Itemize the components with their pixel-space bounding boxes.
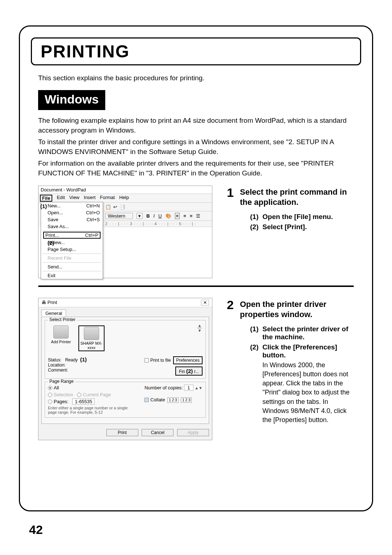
radio-current — [77, 393, 81, 397]
collate-checkbox[interactable] — [144, 398, 149, 402]
step-1-row: Document - WordPad File Edit View Insert… — [38, 186, 354, 278]
menu-item-exit[interactable]: Exit — [41, 272, 103, 279]
group-label: Select Printer — [48, 317, 77, 322]
wordpad-ruler: 2 · · · | · · · 3 · · · | · · · 4 · · · … — [104, 221, 212, 227]
wordpad-toolbar1: 📋 ↩ 📑 — [104, 203, 212, 211]
print-button[interactable]: Print — [106, 429, 138, 436]
menu-item-print[interactable]: Print...Ctrl+P — [43, 232, 101, 239]
step-2-content: 2 Open the printer driver properties win… — [227, 298, 354, 427]
scrollbar[interactable]: ▲ ▼ — [197, 323, 203, 333]
sub-number: (1) — [250, 325, 262, 341]
print-dialog-screenshot: 🖶 Print ✕ General Select Printer Add Pri… — [38, 298, 212, 440]
menu-item-saveas[interactable]: Save As... — [41, 223, 103, 230]
apply-button: Apply — [177, 429, 209, 436]
paragraph-2: To install the printer driver and config… — [38, 137, 354, 157]
wordpad-screenshot: Document - WordPad File Edit View Insert… — [38, 186, 212, 278]
collate-preview-icon: 1 2 3 — [181, 397, 192, 403]
collate-preview-icon: 1 2 3 — [167, 397, 178, 403]
add-printer-item[interactable]: Add Printer — [49, 325, 73, 351]
sub-text: Select [Print]. — [262, 223, 354, 231]
printer-icon — [53, 325, 69, 339]
callout-1: (1) — [80, 356, 87, 362]
font-dropdown[interactable]: Western — [105, 213, 133, 219]
step-2-sub-1: (1) Select the printer driver of the mac… — [250, 325, 354, 341]
wordpad-toolbar2: Western ▾ B I U 🎨 ≡ ≡ ≡ ☰ — [104, 211, 212, 221]
step-2-row: 🖶 Print ✕ General Select Printer Add Pri… — [38, 298, 354, 440]
group-label: Page Range — [48, 379, 75, 384]
sub-text: Open the [File] menu. — [262, 213, 354, 221]
printer-icon — [84, 327, 99, 340]
paragraph-1: The following example explains how to pr… — [38, 116, 354, 135]
callout-1: (1) — [40, 203, 47, 209]
radio-all[interactable] — [48, 386, 52, 390]
menu-item-save[interactable]: SaveCtrl+S — [41, 216, 103, 223]
select-printer-group: Select Printer Add Printer SHARP MX-xxxx — [45, 320, 206, 379]
pages-input[interactable]: 1-65535 — [72, 398, 95, 405]
page-number: 42 — [29, 523, 43, 537]
menu-file[interactable]: File — [40, 195, 52, 202]
font-size-dropdown[interactable]: ▾ — [136, 213, 143, 219]
dialog-buttons: Print Cancel Apply — [38, 427, 212, 440]
italic-button[interactable]: I — [154, 213, 155, 219]
menu-help[interactable]: Help — [119, 195, 129, 202]
printer-status-area: Status: Ready (1) Location: Comment: Pri… — [48, 356, 203, 376]
toolbar-icon[interactable]: 📑 — [119, 204, 125, 210]
print-to-file-checkbox[interactable] — [144, 358, 149, 362]
menu-item-send[interactable]: Send... — [41, 263, 103, 270]
intro-text: This section explains the basic procedur… — [38, 74, 361, 82]
callout-2: (2) — [186, 368, 193, 374]
align-center-icon[interactable]: ≡ — [183, 213, 186, 219]
pages-hint: Enter either a single page number or a s… — [48, 406, 128, 414]
sub-text: Click the [Preferences] button. — [262, 343, 337, 359]
tab-general[interactable]: General — [41, 309, 66, 317]
align-left-icon[interactable]: ≡ — [175, 213, 180, 219]
sub-number: (1) — [250, 213, 262, 221]
cancel-button[interactable]: Cancel — [142, 429, 173, 436]
menu-format[interactable]: Format — [100, 195, 115, 202]
menu-view[interactable]: View — [69, 195, 79, 202]
menu-item-pagesetup[interactable]: Page Setup... — [41, 246, 103, 253]
menu-divider — [42, 254, 101, 254]
find-printer-button[interactable]: Fin (2) r... — [175, 366, 203, 376]
underline-button[interactable]: U — [158, 213, 162, 219]
menu-item-recent: Recent File — [41, 255, 103, 262]
menu-divider — [42, 271, 101, 271]
menu-item-new[interactable]: New...Ctrl+N — [41, 202, 103, 209]
menu-item-open[interactable]: Open...Ctrl+O — [41, 209, 103, 216]
section-divider — [38, 285, 354, 287]
spinner-icon[interactable]: ▲▼ — [195, 386, 203, 390]
bullets-icon[interactable]: ☰ — [196, 213, 200, 219]
page-frame: PRINTING This section explains the basic… — [19, 25, 373, 511]
close-icon[interactable]: ✕ — [201, 300, 209, 305]
step-1-number: 1 — [227, 186, 240, 200]
page-title: PRINTING — [41, 41, 351, 61]
step-1-sub-2: (2) Select [Print]. — [250, 223, 354, 231]
paragraph-3: For information on the available printer… — [38, 159, 354, 178]
copies-input[interactable]: 1 — [184, 385, 193, 391]
callout-2: (2) — [48, 240, 54, 246]
menu-divider — [42, 262, 101, 263]
sub-number: (2) — [250, 343, 262, 425]
step-1-sub-1: (1) Open the [File] menu. — [250, 213, 354, 221]
bold-button[interactable]: B — [146, 213, 150, 219]
toolbar-icon[interactable]: ↩ — [113, 204, 117, 210]
print-dialog-titlebar: 🖶 Print ✕ — [38, 298, 212, 307]
wordpad-menubar: File Edit View Insert Format Help — [38, 194, 212, 203]
radio-selection — [48, 393, 52, 397]
wordpad-window: Document - WordPad File Edit View Insert… — [38, 186, 212, 278]
align-right-icon[interactable]: ≡ — [190, 213, 193, 219]
menu-divider — [42, 231, 101, 231]
toolbar-icon[interactable]: 📋 — [105, 204, 111, 210]
menu-edit[interactable]: Edit — [57, 195, 65, 202]
print-dialog-title: Print — [48, 300, 57, 305]
preferences-button[interactable]: Preferences — [173, 356, 203, 364]
palette-icon[interactable]: 🎨 — [166, 213, 171, 219]
menu-insert[interactable]: Insert — [84, 195, 96, 202]
menu-item-preview[interactable]: (2) review... — [41, 239, 103, 246]
sub-description: In Windows 2000, the [Preferences] butto… — [262, 361, 354, 425]
sub-number: (2) — [250, 223, 262, 231]
print-dialog-body: Select Printer Add Printer SHARP MX-xxxx — [41, 317, 209, 424]
radio-pages[interactable] — [48, 400, 52, 404]
file-menu-dropdown: (1) New...Ctrl+N Open...Ctrl+O SaveCtrl+… — [41, 202, 103, 279]
sharp-printer-item[interactable]: SHARP MX-xxxx — [78, 325, 105, 351]
